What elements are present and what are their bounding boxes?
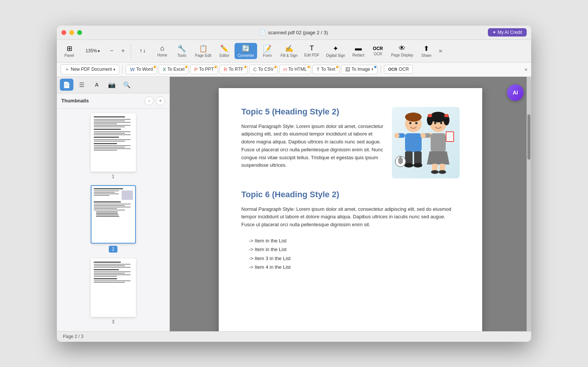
svg-marker-25 bbox=[427, 151, 449, 164]
to-rtf-button[interactable]: R To RTF bbox=[219, 65, 248, 74]
image-dot bbox=[374, 66, 376, 68]
thumbnail-page-3[interactable]: 3 bbox=[61, 259, 165, 324]
fill-sign-icon: ✍️ bbox=[285, 44, 293, 53]
close-button[interactable] bbox=[61, 30, 66, 35]
fill-sign-button[interactable]: ✍️ Fill & Sign bbox=[277, 43, 300, 59]
scrollbar-track[interactable] bbox=[527, 77, 531, 331]
zoom-out-thumbnails-button[interactable]: − bbox=[145, 96, 154, 105]
editor-button[interactable]: ✏️ Editor bbox=[215, 43, 234, 59]
toolbar-more-button[interactable]: » bbox=[437, 46, 445, 56]
svg-point-1 bbox=[405, 113, 422, 122]
sidebar-tab-bookmarks[interactable]: ☰ bbox=[75, 79, 88, 91]
to-text-button[interactable]: T To Text bbox=[312, 65, 340, 74]
converter-button[interactable]: 🔄 Converter bbox=[235, 43, 257, 59]
word-icon: W bbox=[130, 67, 134, 72]
ai-assistant-button[interactable]: AI bbox=[507, 84, 524, 101]
page-edit-icon: 📋 bbox=[199, 44, 207, 53]
converter-icon: 🔄 bbox=[242, 44, 250, 53]
svg-point-22 bbox=[434, 122, 436, 124]
app-window: 📄 scanned pdf 02 (page 2 / 3) ✦ My AI Cr… bbox=[57, 26, 531, 342]
form-icon: 📝 bbox=[263, 44, 271, 53]
to-word-button[interactable]: W To Word bbox=[126, 65, 157, 74]
form-button[interactable]: 📝 Form bbox=[258, 43, 277, 59]
home-icon: ⌂ bbox=[160, 44, 165, 52]
sidebar-tab-search[interactable]: 🔍 bbox=[120, 79, 134, 91]
converter-toolbar: ＋ New PDF Document ▾ W To Word X To Exce… bbox=[57, 62, 531, 77]
list-item-2: -> Item in the List bbox=[249, 245, 460, 254]
new-pdf-dropdown-icon[interactable]: ▾ bbox=[113, 67, 115, 72]
ocr-conv-button[interactable]: OCR OCR bbox=[384, 65, 413, 74]
html-dot bbox=[308, 66, 310, 68]
scrollbar-thumb[interactable] bbox=[527, 114, 530, 160]
to-html-button[interactable]: H To HTML bbox=[279, 65, 311, 74]
thumbnail-page-1[interactable]: 1 bbox=[61, 113, 165, 179]
kids-svg bbox=[394, 109, 458, 177]
svg-point-12 bbox=[413, 163, 422, 168]
to-excel-button[interactable]: X To Excel bbox=[158, 65, 189, 74]
ocr-button[interactable]: OCR OCR bbox=[369, 44, 387, 58]
svg-point-28 bbox=[420, 133, 426, 138]
topic-5-section: Topic 5 (Heading Style 2) Normal Paragra… bbox=[241, 107, 460, 178]
svg-rect-24 bbox=[431, 133, 446, 152]
zoom-in-icon: + bbox=[121, 47, 125, 54]
redact-button[interactable]: ▬ Redact bbox=[349, 43, 368, 59]
zoom-in-button[interactable]: + bbox=[118, 46, 128, 56]
ai-credit-button[interactable]: ✦ My AI Credit bbox=[488, 28, 527, 37]
excel-dot bbox=[185, 66, 187, 68]
page-info: Page 2 / 3 bbox=[63, 334, 84, 339]
zoom-control[interactable]: 135% ▾ bbox=[79, 47, 106, 55]
new-pdf-button[interactable]: ＋ New PDF Document ▾ bbox=[61, 64, 119, 75]
svg-point-7 bbox=[394, 133, 399, 138]
ocr-icon: OCR bbox=[373, 46, 383, 51]
document-view[interactable]: AI Topic 5 (Heading Style 2) Normal Para… bbox=[170, 77, 531, 331]
thumbnail-page-2[interactable]: 2 bbox=[61, 185, 165, 253]
ocr-conv-icon: OCR bbox=[388, 67, 397, 72]
conv-separator-2 bbox=[381, 65, 381, 74]
to-image-button[interactable]: 🖼 To Image ▾ bbox=[341, 65, 378, 74]
edit-pdf-button[interactable]: T Edit PDF bbox=[301, 43, 322, 59]
ai-icon: AI bbox=[513, 90, 518, 96]
previous-next-button[interactable]: ↑ ↓ bbox=[133, 46, 152, 56]
share-button[interactable]: ⬆ Share bbox=[417, 43, 436, 59]
to-ppt-button[interactable]: P To PPT bbox=[190, 65, 218, 74]
sidebar-tab-thumbnails[interactable]: 📄 bbox=[60, 79, 73, 91]
conv-more-button[interactable]: » bbox=[524, 66, 527, 72]
image-dropdown-icon[interactable]: ▾ bbox=[372, 67, 373, 71]
to-csv-button[interactable]: C To CSV bbox=[249, 65, 278, 74]
topic-6-section: Topic 6 (Heading Style 2) Normal Paragra… bbox=[241, 190, 460, 272]
statusbar: Page 2 / 3 bbox=[57, 331, 531, 342]
ppt-icon: P bbox=[194, 67, 198, 72]
csv-dot bbox=[274, 66, 277, 68]
edit-pdf-icon: T bbox=[310, 44, 314, 52]
minimize-button[interactable] bbox=[69, 30, 74, 35]
digital-sign-icon: ✦ bbox=[333, 44, 338, 53]
sidebar-tab-camera[interactable]: 📷 bbox=[105, 79, 119, 91]
traffic-lights bbox=[61, 30, 82, 35]
topic-6-heading: Topic 6 (Heading Style 2) bbox=[241, 190, 460, 199]
titlebar: 📄 scanned pdf 02 (page 2 / 3) ✦ My AI Cr… bbox=[57, 26, 531, 40]
rtf-dot bbox=[244, 66, 247, 68]
maximize-button[interactable] bbox=[77, 30, 82, 35]
zoom-out-icon: − bbox=[110, 47, 113, 54]
sidebar-tab-text[interactable]: A bbox=[90, 79, 104, 91]
tools-button[interactable]: 🔧 Tools bbox=[172, 43, 191, 59]
excel-icon: X bbox=[163, 67, 166, 72]
thumbnails-title: Thumbnails bbox=[61, 98, 89, 104]
page-display-button[interactable]: 👁 Page Display bbox=[388, 43, 416, 59]
home-button[interactable]: ⌂ Home bbox=[153, 43, 172, 59]
zoom-value[interactable]: 135% bbox=[85, 48, 97, 53]
topic-5-heading: Topic 5 (Heading Style 2) bbox=[241, 107, 384, 117]
panel-button[interactable]: ⊞ Panel bbox=[60, 43, 79, 59]
file-icon: 📄 bbox=[260, 30, 266, 35]
page-edit-button[interactable]: 📋 Page Edit bbox=[192, 43, 214, 59]
digital-sign-button[interactable]: ✦ Digital Sign bbox=[323, 43, 348, 59]
page-display-icon: 👁 bbox=[399, 44, 405, 52]
zoom-dropdown-icon[interactable]: ▾ bbox=[98, 49, 100, 53]
zoom-out-button[interactable]: − bbox=[107, 46, 117, 56]
page-1-preview bbox=[91, 113, 136, 172]
zoom-in-thumbnails-button[interactable]: + bbox=[156, 96, 165, 105]
redact-icon: ▬ bbox=[355, 44, 362, 52]
html-icon: H bbox=[283, 67, 287, 72]
page-1-number: 1 bbox=[112, 174, 114, 179]
share-icon: ⬆ bbox=[423, 44, 429, 53]
